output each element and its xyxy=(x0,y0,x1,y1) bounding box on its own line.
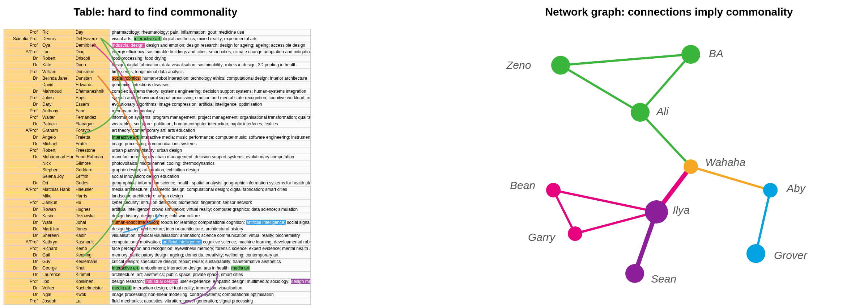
table-row: DrGailKenningmemory; participatory desig… xyxy=(4,252,311,259)
table-row: ProfJiankunHucyber security; intrusion d… xyxy=(4,200,311,206)
cell-research: image processing; non-linear modelling; … xyxy=(110,292,311,298)
cell-title: Dr xyxy=(4,154,40,160)
graph-node xyxy=(625,264,644,283)
table-row: DrRowanHughesartificial intelligence; cr… xyxy=(4,206,311,213)
cell-firstname: Robert xyxy=(40,55,73,62)
cell-research: memory; participatory design; ageing; de… xyxy=(110,252,311,258)
cell-research: industrial design; design and emotion; d… xyxy=(110,42,311,49)
cell-firstname: William xyxy=(40,69,73,75)
cell-firstname: Ric xyxy=(40,29,73,35)
table-row: DrWafaJohalhuman-robot interaction; robo… xyxy=(4,220,311,226)
cell-lastname: Forsyth xyxy=(73,128,110,134)
cell-lastname: Griffith xyxy=(73,174,110,180)
table-row: DrDarylEssamevolutionary algorithms; ima… xyxy=(4,101,311,108)
cell-title: Dr xyxy=(4,259,40,265)
cell-research: wearables; sculpture; public art; human-… xyxy=(110,121,311,127)
graph-node-label: Sean xyxy=(651,273,676,285)
cell-firstname: Oya xyxy=(40,42,73,49)
table-row: DavidEdwardsgenomics; infectious disease… xyxy=(4,82,311,88)
cell-lastname: Keulemans xyxy=(73,259,110,265)
cell-lastname: Flanagan xyxy=(73,121,110,127)
cell-lastname: Lai xyxy=(73,298,110,304)
graph-edge xyxy=(561,65,640,112)
cell-research: evolutionary algorithms; image compressi… xyxy=(110,101,311,108)
graph-node-label: Zeno xyxy=(506,59,531,71)
cell-firstname: Wafa xyxy=(40,220,73,226)
graph-node xyxy=(763,183,778,197)
cell-title: Dr xyxy=(4,62,40,68)
cell-research: interactive art; interactive media; musi… xyxy=(110,134,311,141)
cell-lastname: Kimmel xyxy=(73,272,110,278)
cell-lastname: Kenning xyxy=(73,252,110,258)
cell-firstname: Graham xyxy=(40,128,73,134)
cell-lastname: Khut xyxy=(73,265,110,271)
cell-research: membrane technology xyxy=(110,108,311,114)
cell-title: Dr xyxy=(4,101,40,108)
table-row: A/ProfKathrynKasmarikcomputational motiv… xyxy=(4,239,311,246)
graph-edge xyxy=(553,190,656,212)
table-row: DrMohammad HumyunFuad Rahmanmanufacturin… xyxy=(4,154,311,160)
cell-firstname: Angelo xyxy=(40,134,73,141)
cell-research: critical design; speculative design; rep… xyxy=(110,259,311,265)
table-row: ProfJosephLaifluid mechanics; acoustics;… xyxy=(4,298,311,305)
cell-lastname: Efatmaneshnik xyxy=(73,88,110,95)
cell-lastname: Fernández xyxy=(73,114,110,121)
cell-lastname: Jezowska xyxy=(73,213,110,219)
cell-research: visualisation; medical visualisation; an… xyxy=(110,233,311,239)
cell-title: Dr xyxy=(4,134,40,141)
cell-lastname: Johal xyxy=(73,220,110,226)
cell-firstname: Ngai xyxy=(40,292,73,298)
cell-firstname: Joseph xyxy=(40,298,73,304)
cell-research: energy efficiency; sustainable buildings… xyxy=(110,49,311,55)
graph-edge xyxy=(575,212,656,234)
cell-research: design; digital fabrication; data visual… xyxy=(110,62,311,68)
cell-research: geographical information science; health… xyxy=(110,180,311,186)
cell-title: Dr xyxy=(4,265,40,271)
cell-research: genomics; infectious diseases xyxy=(110,82,311,88)
cell-firstname: Walter xyxy=(40,114,73,121)
cell-firstname: Richard xyxy=(40,246,73,252)
cell-title: Dr xyxy=(4,88,40,95)
cell-firstname: Lan xyxy=(40,49,73,55)
graph-node xyxy=(551,56,570,75)
cell-research: photovoltaics; microchannel cooling; the… xyxy=(110,160,311,167)
cell-title: Prof xyxy=(4,298,40,304)
table-row: A/ProfLanDingenergy efficiency; sustaina… xyxy=(4,49,311,55)
cell-firstname: Robert xyxy=(40,147,73,154)
cell-firstname: Mohammad Humyun xyxy=(40,154,73,160)
cell-title: A/Prof xyxy=(4,128,40,134)
cell-research: media art; interaction design; virtual r… xyxy=(110,285,311,291)
cell-title: Dr xyxy=(4,272,40,278)
cell-lastname: Jones xyxy=(73,226,110,232)
table-row: DrNgaiKwokimage processing; non-linear m… xyxy=(4,292,311,298)
table-row: ProfRichardKempface perception and recog… xyxy=(4,246,311,252)
cell-lastname: Dunsmuir xyxy=(73,69,110,75)
cell-research: art theory; contemporary art; arts educa… xyxy=(110,128,311,134)
cell-research: media architecture; parametric design; c… xyxy=(110,187,311,193)
cell-lastname: Koskinen xyxy=(73,279,110,285)
cell-title: Dr xyxy=(4,226,40,232)
cell-lastname: Fuad Rahman xyxy=(73,154,110,160)
cell-lastname: Kwok xyxy=(73,292,110,298)
cell-lastname: Del Favero xyxy=(73,36,110,42)
graph-node-label: Wahaha xyxy=(705,156,745,168)
cell-firstname: Ilpo xyxy=(40,279,73,285)
table-row: Scientia ProfDennisDel Faverovisual arts… xyxy=(4,36,311,42)
cell-research: interactive art; embodiment; interaction… xyxy=(110,265,311,271)
graph-node-label: Ali xyxy=(656,105,669,117)
cell-research: complex systems theory; systems engineer… xyxy=(110,88,311,95)
cell-firstname: Patricia xyxy=(40,121,73,127)
cell-firstname: Volker xyxy=(40,285,73,291)
table-row: ProfAnthonyFanemembrane technology xyxy=(4,108,311,114)
cell-lastname: Essam xyxy=(73,101,110,108)
graph-node xyxy=(546,183,561,197)
cell-title: Dr xyxy=(4,233,40,239)
cell-title: Prof xyxy=(4,69,40,75)
cell-title: A/Prof xyxy=(4,239,40,245)
cell-title: Dr xyxy=(4,55,40,62)
cell-research: fluid mechanics; acoustics; vibration; p… xyxy=(110,298,311,304)
graph-node-label: Aby xyxy=(786,182,806,194)
table-row: NickGilmorephotovoltaics; microchannel c… xyxy=(4,160,311,167)
table-row: ProfWalterFernándezinformation systems; … xyxy=(4,114,311,121)
cell-lastname: Demirbilek xyxy=(73,42,110,49)
